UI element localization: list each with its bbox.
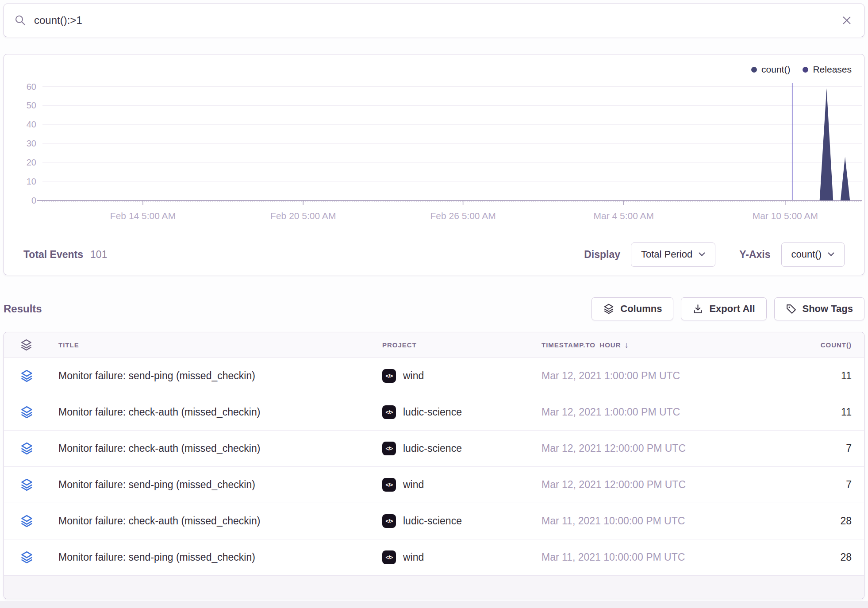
svg-text:10: 10 xyxy=(27,177,36,186)
event-title-link[interactable]: Monitor failure: send-ping (missed_check… xyxy=(48,479,372,491)
search-input[interactable] xyxy=(34,14,833,27)
legend-item-count[interactable]: count() xyxy=(751,64,790,75)
project-platform-icon: </> xyxy=(382,442,396,455)
timestamp-cell: Mar 12, 2021 1:00:00 PM UTC xyxy=(531,406,739,418)
project-platform-icon: </> xyxy=(382,369,396,383)
column-header-project[interactable]: PROJECT xyxy=(372,341,531,349)
project-cell: </> ludic-science xyxy=(372,514,531,528)
project-cell: </> ludic-science xyxy=(372,442,531,455)
event-title-link[interactable]: Monitor failure: send-ping (missed_check… xyxy=(48,551,372,563)
yaxis-label: Y-Axis xyxy=(739,249,770,261)
column-header-timestamp[interactable]: TIMESTAMP.TO_HOUR ↓ xyxy=(531,340,739,350)
yaxis-dropdown-value: count() xyxy=(791,249,822,260)
row-stack-button[interactable] xyxy=(20,550,48,564)
column-header-count[interactable]: COUNT() xyxy=(739,341,852,349)
events-chart-panel: count() Releases 0102030405060Feb 14 5:0… xyxy=(4,54,864,275)
total-events-label: Total Events xyxy=(23,249,83,261)
project-cell: </> ludic-science xyxy=(372,405,531,419)
project-name: ludic-science xyxy=(403,406,462,418)
project-platform-icon: </> xyxy=(382,405,396,419)
row-stack-button[interactable] xyxy=(20,369,48,383)
svg-text:Mar 10 5:00 AM: Mar 10 5:00 AM xyxy=(753,211,818,221)
count-cell: 11 xyxy=(739,406,852,418)
results-table: TITLE PROJECT TIMESTAMP.TO_HOUR ↓ COUNT(… xyxy=(4,332,864,599)
count-cell: 11 xyxy=(739,370,852,382)
export-all-button[interactable]: Export All xyxy=(681,297,766,320)
timestamp-cell: Mar 11, 2021 10:00:00 PM UTC xyxy=(531,515,739,527)
chart-footer: Total Events 101 Display Total Period Y-… xyxy=(23,241,845,268)
layers-icon xyxy=(20,405,34,419)
timestamp-cell: Mar 11, 2021 10:00:00 PM UTC xyxy=(531,551,739,563)
timestamp-cell: Mar 12, 2021 12:00:00 PM UTC xyxy=(531,479,739,491)
project-name: wind xyxy=(403,370,424,382)
svg-text:20: 20 xyxy=(27,158,36,167)
display-dropdown-value: Total Period xyxy=(641,249,692,260)
svg-text:40: 40 xyxy=(27,119,36,129)
total-events-value: 101 xyxy=(90,249,107,261)
svg-text:60: 60 xyxy=(27,82,36,92)
layers-icon xyxy=(20,339,33,351)
header-stack-icon[interactable] xyxy=(20,339,48,351)
close-icon xyxy=(841,15,853,26)
layers-icon xyxy=(20,550,34,564)
results-title: Results xyxy=(4,303,42,315)
results-header-row: Results Columns Export All Show Tags xyxy=(4,297,864,320)
count-cell: 28 xyxy=(739,515,852,527)
layers-icon xyxy=(20,369,34,383)
table-row: Monitor failure: check-auth (missed_chec… xyxy=(4,431,864,467)
svg-text:0: 0 xyxy=(31,196,36,205)
svg-text:Mar 4 5:00 AM: Mar 4 5:00 AM xyxy=(593,211,654,221)
table-footer xyxy=(4,576,864,599)
column-header-timestamp-label: TIMESTAMP.TO_HOUR xyxy=(542,341,621,349)
count-cell: 7 xyxy=(739,443,852,454)
columns-button[interactable]: Columns xyxy=(591,297,673,320)
layers-icon xyxy=(603,303,615,315)
show-tags-button[interactable]: Show Tags xyxy=(774,297,865,320)
project-cell: </> wind xyxy=(372,478,531,492)
chevron-down-icon xyxy=(699,252,705,257)
project-cell: </> wind xyxy=(372,550,531,564)
sort-desc-icon: ↓ xyxy=(625,340,630,350)
row-stack-button[interactable] xyxy=(20,478,48,492)
row-stack-button[interactable] xyxy=(20,405,48,419)
search-icon xyxy=(15,15,26,26)
display-dropdown[interactable]: Total Period xyxy=(631,242,715,267)
chart-canvas[interactable]: 0102030405060Feb 14 5:00 AMFeb 20 5:00 A… xyxy=(4,54,865,228)
project-platform-icon: </> xyxy=(382,550,396,564)
columns-button-label: Columns xyxy=(620,303,662,315)
count-cell: 28 xyxy=(739,551,852,563)
layers-icon xyxy=(20,442,34,455)
row-stack-button[interactable] xyxy=(20,514,48,528)
legend-item-releases[interactable]: Releases xyxy=(803,64,852,75)
table-header-row: TITLE PROJECT TIMESTAMP.TO_HOUR ↓ COUNT(… xyxy=(4,332,864,358)
project-name: wind xyxy=(403,551,424,563)
event-title-link[interactable]: Monitor failure: send-ping (missed_check… xyxy=(48,370,372,382)
tag-icon xyxy=(786,304,797,315)
export-all-button-label: Export All xyxy=(709,303,755,315)
svg-text:Feb 26 5:00 AM: Feb 26 5:00 AM xyxy=(430,211,495,221)
svg-text:30: 30 xyxy=(27,139,36,148)
project-cell: </> wind xyxy=(372,369,531,383)
legend-dot-releases xyxy=(803,67,808,73)
clear-search-button[interactable] xyxy=(841,15,853,26)
event-title-link[interactable]: Monitor failure: check-auth (missed_chec… xyxy=(48,515,372,527)
project-name: ludic-science xyxy=(403,443,462,454)
legend-label-count: count() xyxy=(761,64,790,75)
event-title-link[interactable]: Monitor failure: check-auth (missed_chec… xyxy=(48,443,372,454)
column-header-title[interactable]: TITLE xyxy=(48,341,372,349)
table-row: Monitor failure: check-auth (missed_chec… xyxy=(4,503,864,539)
svg-text:Feb 20 5:00 AM: Feb 20 5:00 AM xyxy=(270,211,336,221)
total-events: Total Events 101 xyxy=(23,249,107,261)
svg-text:Feb 14 5:00 AM: Feb 14 5:00 AM xyxy=(110,211,176,221)
row-stack-button[interactable] xyxy=(20,442,48,455)
chevron-down-icon xyxy=(828,252,834,257)
table-row: Monitor failure: send-ping (missed_check… xyxy=(4,467,864,503)
page-background-strip xyxy=(0,601,868,608)
project-platform-icon: </> xyxy=(382,514,396,528)
table-row: Monitor failure: check-auth (missed_chec… xyxy=(4,394,864,431)
legend-label-releases: Releases xyxy=(813,64,852,75)
event-title-link[interactable]: Monitor failure: check-auth (missed_chec… xyxy=(48,406,372,418)
download-icon xyxy=(692,304,703,315)
layers-icon xyxy=(20,514,34,528)
yaxis-dropdown[interactable]: count() xyxy=(781,242,845,267)
